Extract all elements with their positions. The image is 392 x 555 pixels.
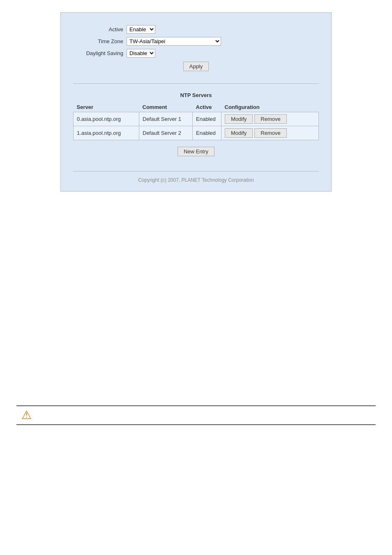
active-control: Enable Disable [127, 25, 155, 34]
col-server: Server [74, 102, 139, 112]
table-row: 1.asia.pool.ntp.orgDefault Server 2Enabl… [74, 126, 319, 140]
active-label: Active [73, 26, 127, 32]
cell-configuration: ModifyRemove [221, 126, 319, 140]
timezone-label: Time Zone [73, 38, 127, 44]
col-comment: Comment [139, 102, 193, 112]
daylight-select[interactable]: Disable Enable [127, 49, 155, 58]
modify-button-1[interactable]: Modify [225, 128, 253, 138]
daylight-row: Daylight Saving Disable Enable [73, 49, 319, 58]
cell-configuration: ModifyRemove [221, 112, 319, 126]
table-header-row: Server Comment Active Configuration [74, 102, 319, 112]
warning-area: ⚠ [16, 405, 376, 425]
active-row: Active Enable Disable [73, 25, 319, 34]
settings-section: Active Enable Disable Time Zone TW-Asia/… [73, 21, 319, 79]
timezone-row: Time Zone TW-Asia/Taipei [73, 37, 319, 46]
ntp-table: Server Comment Active Configuration 0.as… [73, 102, 319, 140]
page-wrapper: Active Enable Disable Time Zone TW-Asia/… [0, 0, 392, 437]
cell-comment: Default Server 2 [139, 126, 193, 140]
ntp-title: NTP Servers [73, 92, 319, 98]
apply-row: Apply [73, 62, 319, 71]
timezone-select[interactable]: TW-Asia/Taipei [127, 37, 221, 46]
warning-icon: ⚠ [21, 409, 32, 421]
active-select[interactable]: Enable Disable [127, 25, 155, 34]
apply-button[interactable]: Apply [183, 62, 209, 71]
footer-section: Copyright (c) 2007, PLANET Technology Co… [73, 171, 319, 183]
daylight-label: Daylight Saving [73, 50, 127, 56]
remove-button-0[interactable]: Remove [254, 114, 286, 124]
cell-comment: Default Server 1 [139, 112, 193, 126]
copyright-text: Copyright (c) 2007, PLANET Technology Co… [138, 177, 254, 183]
new-entry-button[interactable]: New Entry [178, 147, 214, 156]
section-divider [73, 83, 319, 84]
cell-server: 1.asia.pool.ntp.org [74, 126, 139, 140]
col-configuration: Configuration [221, 102, 319, 112]
table-row: 0.asia.pool.ntp.orgDefault Server 1Enabl… [74, 112, 319, 126]
col-active: Active [193, 102, 221, 112]
ntp-section: NTP Servers Server Comment Active Config… [73, 88, 319, 164]
modify-button-0[interactable]: Modify [225, 114, 253, 124]
daylight-control: Disable Enable [127, 49, 155, 58]
main-panel: Active Enable Disable Time Zone TW-Asia/… [60, 12, 332, 192]
cell-active: Enabled [193, 126, 221, 140]
new-entry-row: New Entry [73, 147, 319, 156]
remove-button-1[interactable]: Remove [254, 128, 286, 138]
timezone-control: TW-Asia/Taipei [127, 37, 221, 46]
cell-active: Enabled [193, 112, 221, 126]
cell-server: 0.asia.pool.ntp.org [74, 112, 139, 126]
